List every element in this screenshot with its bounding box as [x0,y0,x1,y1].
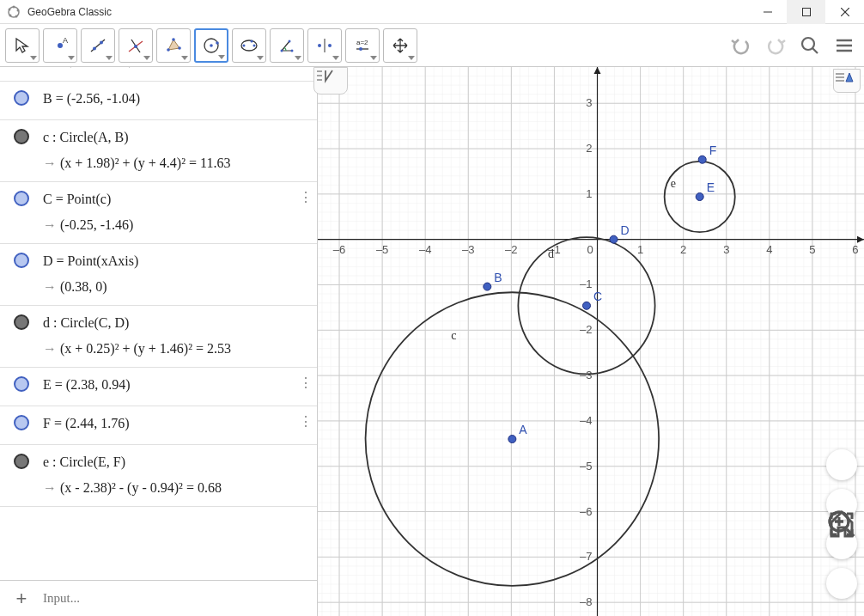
svg-point-20 [178,46,181,50]
algebra-expression[interactable]: A = (-1.98, -4.4) [43,67,317,70]
tool-reflect[interactable] [307,28,342,63]
point-A[interactable] [508,436,516,443]
algebra-expression[interactable]: d : Circle(C, D)→ (x + 0.25)² + (y + 1.4… [43,313,317,359]
svg-line-38 [812,48,818,53]
algebra-row[interactable]: A = (-1.98, -4.4) [0,67,317,82]
svg-text:–5: –5 [580,460,592,473]
visibility-toggle[interactable] [14,129,29,144]
tool-conic[interactable] [232,28,266,63]
tool-line[interactable] [81,28,115,63]
visibility-toggle[interactable] [14,90,29,106]
algebra-expression[interactable]: D = Point(xAxis)→ (0.38, 0) [43,251,317,297]
graphics-side-tools [826,449,857,599]
svg-text:A: A [63,36,68,45]
svg-text:1: 1 [637,243,643,256]
point-F[interactable] [698,156,706,163]
maximize-button[interactable] [787,0,825,24]
svg-text:–7: –7 [580,550,592,563]
svg-point-5 [9,8,11,10]
svg-point-25 [243,44,246,46]
tool-circle[interactable] [194,28,228,63]
main-area: A = (-1.98, -4.4)B = (-2.56, -1.04)c : C… [0,67,864,616]
search-button[interactable] [799,34,821,57]
close-button[interactable] [825,0,864,24]
point-D[interactable] [610,235,618,243]
algebra-expression[interactable]: B = (-2.56, -1.04) [43,88,317,109]
input-field[interactable] [43,591,317,606]
graphics-view[interactable]: –6–5–4–3–2–10123456–8–7–6–5–4–3–2–1123cd… [318,67,864,616]
svg-rect-7 [802,8,810,15]
algebra-expression[interactable]: F = (2.44, 1.76) [43,413,317,434]
redo-button[interactable] [764,34,787,57]
menu-button[interactable] [833,34,855,57]
algebra-row[interactable]: c : Circle(A, B)→ (x + 1.98)² + (y + 4.4… [0,120,317,182]
algebra-toggle-handle[interactable] [313,67,348,95]
svg-text:–2: –2 [505,243,517,256]
algebra-row[interactable]: d : Circle(C, D)→ (x + 0.25)² + (y + 1.4… [0,306,317,368]
graphics-style-button[interactable] [833,69,861,93]
svg-point-2 [17,9,20,11]
svg-text:3: 3 [586,96,592,109]
app-title: GeoGebra Classic [27,6,748,18]
input-bar: + [0,580,317,616]
svg-text:–1: –1 [580,278,592,290]
algebra-row[interactable]: F = (2.44, 1.76)⋮ [0,406,317,445]
undo-button[interactable] [730,34,752,57]
algebra-row[interactable]: D = Point(xAxis)→ (0.38, 0) [0,244,317,306]
svg-point-18 [167,48,170,52]
tool-move-view[interactable] [383,28,417,63]
row-menu-button[interactable]: ⋮ [299,189,312,205]
algebra-row[interactable]: E = (2.38, 0.94)⋮ [0,368,317,406]
tool-perpendicular[interactable] [119,28,153,63]
point-label-F: F [709,143,717,157]
svg-point-33 [328,44,332,47]
point-B[interactable] [484,283,491,290]
visibility-toggle[interactable] [14,415,29,430]
row-menu-button[interactable]: ⋮ [299,375,312,391]
svg-text:–6: –6 [580,505,592,518]
point-E[interactable] [696,193,703,201]
svg-point-17 [134,45,137,48]
tool-angle[interactable] [270,28,304,63]
algebra-expression[interactable]: E = (2.38, 0.94) [43,375,317,395]
tool-slider[interactable]: a=2 [345,28,380,63]
svg-point-23 [216,41,219,45]
svg-text:–8: –8 [580,595,592,608]
svg-point-22 [210,44,213,47]
point-label-A: A [519,423,527,436]
row-menu-button[interactable]: ⋮ [299,413,312,430]
algebra-list[interactable]: A = (-1.98, -4.4)B = (-2.56, -1.04)c : C… [0,67,317,580]
fullscreen-button[interactable] [826,568,857,599]
svg-text:–4: –4 [580,414,592,427]
svg-text:–6: –6 [333,243,345,256]
visibility-toggle[interactable] [14,314,29,330]
tool-polygon[interactable] [156,28,191,63]
graph-canvas[interactable]: –6–5–4–3–2–10123456–8–7–6–5–4–3–2–1123cd… [318,67,864,616]
algebra-row[interactable]: e : Circle(E, F)→ (x - 2.38)² - (y - 0.9… [0,445,317,507]
add-button[interactable]: + [0,588,43,610]
minimize-button[interactable] [748,0,787,24]
svg-point-13 [93,46,96,50]
visibility-toggle[interactable] [14,253,29,268]
svg-point-26 [253,44,256,46]
svg-text:–5: –5 [376,243,388,256]
svg-point-14 [100,40,103,44]
svg-point-36 [359,47,362,51]
point-C[interactable] [582,302,590,309]
visibility-toggle[interactable] [14,376,29,392]
algebra-expression[interactable]: c : Circle(A, B)→ (x + 1.98)² + (y + 4.4… [43,127,317,174]
algebra-expression[interactable]: C = Point(c)→ (-0.25, -1.46) [43,189,317,235]
algebra-row[interactable]: C = Point(c)→ (-0.25, -1.46)⋮ [0,182,317,244]
svg-point-37 [802,38,814,50]
tool-move[interactable] [5,28,40,63]
algebra-expression[interactable]: e : Circle(E, F)→ (x - 2.38)² - (y - 0.9… [43,452,317,498]
algebra-row[interactable]: B = (-2.56, -1.04) [0,82,317,120]
svg-text:5: 5 [809,243,815,256]
visibility-toggle[interactable] [14,454,29,469]
tool-point[interactable]: A [43,28,77,63]
svg-point-4 [9,14,12,16]
svg-point-3 [15,15,18,17]
visibility-toggle[interactable] [14,191,29,206]
svg-text:2: 2 [680,243,686,256]
circle-label-d: d [548,247,554,260]
